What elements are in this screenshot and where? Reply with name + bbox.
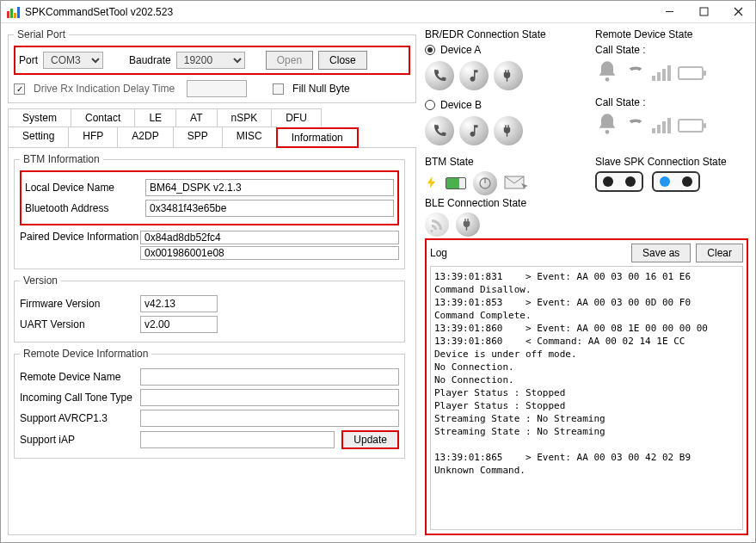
fill-null-checkbox[interactable]	[273, 83, 284, 95]
remote-device-info-legend: Remote Device Information	[20, 348, 151, 360]
battery-level-icon	[446, 177, 466, 189]
port-label: Port	[19, 54, 38, 66]
clear-button[interactable]: Clear	[696, 244, 743, 262]
save-as-button[interactable]: Save as	[631, 244, 691, 262]
port-select[interactable]: COM3	[43, 52, 103, 69]
call-state-b-label: Call State :	[595, 96, 748, 108]
plug-icon-ble	[456, 213, 480, 237]
handset-icon	[626, 64, 645, 83]
tab-le[interactable]: LE	[134, 108, 176, 126]
local-device-name-field[interactable]	[145, 179, 394, 196]
support-avrcp-label: Support AVRCP1.3	[20, 412, 140, 424]
slave-spk-1	[595, 171, 643, 192]
svg-rect-0	[7, 11, 9, 18]
tab-setting[interactable]: Setting	[8, 126, 69, 147]
plug-icon-b	[494, 116, 523, 145]
support-iap-label: Support iAP	[20, 434, 140, 446]
bell-icon	[595, 59, 619, 86]
bluetooth-address-label: Bluetooth Address	[25, 202, 145, 214]
phone-icon	[425, 61, 454, 90]
lightning-icon	[425, 173, 439, 194]
drive-rx-label: Drive Rx Indication Delay Time	[34, 83, 175, 95]
device-b-label: Device B	[440, 99, 482, 111]
tab-at[interactable]: AT	[175, 108, 217, 126]
incoming-tone-label: Incoming Call Tone Type	[20, 392, 140, 404]
mail-icon	[504, 173, 528, 194]
close-button[interactable]: Close	[318, 51, 367, 70]
firmware-version-field[interactable]	[140, 295, 218, 312]
signal-icon-b	[652, 118, 671, 133]
handset-icon-b	[626, 116, 645, 135]
uart-version-field[interactable]	[140, 316, 218, 333]
svg-rect-2	[14, 13, 16, 18]
svg-point-8	[605, 77, 610, 82]
baudrate-label: Baudrate	[129, 54, 171, 66]
music-icon	[459, 61, 489, 90]
tab-misc[interactable]: MISC	[222, 126, 277, 147]
phone-icon-b	[425, 116, 454, 145]
signal-icon	[652, 65, 671, 81]
tab-nspk[interactable]: nSPK	[217, 108, 273, 126]
maximize-button[interactable]	[686, 1, 721, 23]
support-iap-field[interactable]	[140, 431, 335, 448]
incoming-tone-field[interactable]	[140, 389, 399, 406]
btm-info-group: BTM Information Local Device Name Blueto…	[14, 153, 405, 269]
btm-info-legend: BTM Information	[20, 153, 103, 165]
device-a-label: Device A	[440, 44, 481, 56]
btm-state-title: BTM State	[425, 156, 578, 168]
svg-rect-1	[10, 9, 13, 18]
tab-hfp[interactable]: HFP	[68, 126, 118, 147]
tab-spp[interactable]: SPP	[173, 126, 223, 147]
drive-rx-checkbox[interactable]	[14, 83, 25, 95]
open-button[interactable]: Open	[266, 51, 313, 70]
version-group: Version Firmware Version UART Version	[14, 275, 405, 342]
bredr-title: BR/EDR Connection State	[425, 28, 578, 40]
paired-device-0[interactable]	[140, 231, 399, 244]
remote-device-name-label: Remote Device Name	[20, 371, 140, 383]
tab-system[interactable]: System	[8, 108, 71, 126]
firmware-version-label: Firmware Version	[20, 298, 140, 310]
uart-version-label: UART Version	[20, 318, 140, 330]
ble-state-title: BLE Connection State	[425, 197, 578, 209]
app-icon	[6, 5, 20, 19]
svg-point-9	[605, 130, 610, 134]
bell-icon-b	[595, 112, 619, 139]
baudrate-select[interactable]: 19200	[176, 52, 245, 69]
remote-device-info-group: Remote Device Information Remote Device …	[14, 348, 405, 459]
minimize-button[interactable]	[652, 1, 686, 23]
fill-null-label: Fill Null Byte	[292, 83, 350, 95]
slave-spk-2	[652, 171, 700, 192]
battery-icon-b	[678, 119, 704, 133]
tab-a2dp[interactable]: A2DP	[117, 126, 173, 147]
remote-device-name-field[interactable]	[140, 368, 399, 386]
call-state-a-label: Call State :	[595, 44, 748, 56]
paired-device-1[interactable]	[140, 246, 399, 260]
slave-spk-title: Slave SPK Connection State	[595, 156, 748, 168]
tab-dfu[interactable]: DFU	[271, 108, 322, 126]
update-button[interactable]: Update	[341, 430, 399, 449]
power-icon	[473, 171, 497, 195]
rss-icon	[425, 213, 449, 237]
close-window-button[interactable]	[721, 1, 755, 23]
drive-rx-input[interactable]	[187, 80, 247, 97]
support-avrcp-field[interactable]	[140, 410, 399, 427]
window-title: SPKCommandSetTool v202.523	[25, 6, 652, 18]
battery-icon	[678, 66, 704, 80]
local-device-name-label: Local Device Name	[25, 182, 145, 194]
bluetooth-address-field[interactable]	[145, 200, 394, 217]
log-textarea[interactable]: 13:39:01:831 > Event: AA 00 03 00 16 01 …	[430, 266, 743, 530]
plug-icon	[494, 61, 523, 90]
log-title: Log	[430, 247, 631, 259]
serial-port-legend: Serial Port	[14, 28, 69, 40]
svg-rect-5	[700, 8, 708, 15]
tab-information[interactable]: Information	[276, 127, 359, 148]
serial-port-group: Serial Port Port COM3 Baudrate 19200 Ope…	[8, 28, 416, 103]
device-b-radio[interactable]	[425, 100, 435, 110]
tab-contact[interactable]: Contact	[71, 108, 135, 126]
device-a-radio[interactable]	[425, 45, 435, 55]
paired-device-label: Paired Device Information	[20, 231, 140, 243]
remote-state-title: Remote Device State	[595, 28, 748, 40]
music-icon-b	[459, 116, 489, 145]
svg-rect-3	[17, 7, 20, 18]
version-legend: Version	[20, 275, 61, 287]
